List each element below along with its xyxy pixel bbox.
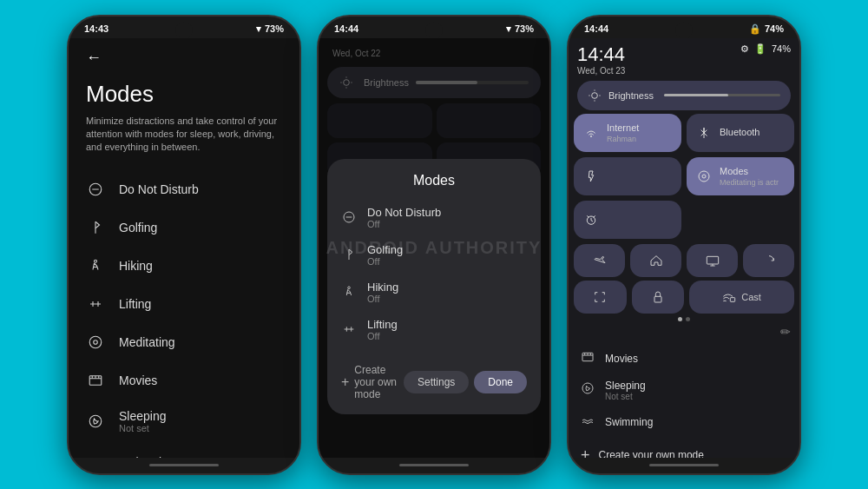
qs3-battery-pct: 74% [772,43,791,54]
modal-dnd[interactable]: Do Not Disturb Off [341,199,527,236]
status-bar-1: 14:43 ▾ 73% [69,17,299,38]
svg-point-23 [348,287,351,289]
phone1-content: ← Modes Minimize distractions and take c… [69,38,299,458]
qs3-brightness-label: Brightness [608,90,654,101]
modes-tile-label: Modes [720,165,779,177]
qs3-create[interactable]: + Create your own mode [569,440,799,458]
tile-cast[interactable]: Cast [689,281,794,314]
qs3-sleeping-label: Sleeping [605,380,646,392]
bluetooth-tile-icon [695,124,713,142]
tile-bluetooth[interactable]: Bluetooth [687,114,794,152]
qs3-modes-list: Movies Sleeping Not set Swimming [569,340,799,440]
tile-screenshot[interactable] [574,281,627,314]
tile-lock-screen[interactable] [632,281,685,314]
qs3-time-date: 14:44 Wed, Oct 23 [577,43,625,76]
sleeping-label: Sleeping [119,409,167,423]
sleeping-icon [86,412,105,431]
phone-3: 14:44 🔒 74% 14:44 Wed, Oct 23 ⚙ 🔋 74% [567,15,801,475]
modes-screen: ← Modes Minimize distractions and take c… [69,38,299,458]
bluetooth-label: Bluetooth [720,126,760,138]
modal-create[interactable]: + Create your own mode [341,364,404,400]
back-button[interactable]: ← [86,49,282,67]
qs3-movies-label: Movies [605,353,638,365]
swimming-icon [86,453,105,458]
lifting-icon [86,294,105,314]
qs3-swimming-icon [581,413,595,431]
qs3-icons-right: ⚙ 🔋 74% [740,43,791,55]
mode-item-sleeping[interactable]: Sleeping Not set [86,400,282,443]
qs3-sleeping[interactable]: Sleeping Not set [581,373,787,407]
modal-create-label: Create your own mode [354,364,404,400]
mode-item-lifting[interactable]: Lifting [86,285,282,323]
svg-point-34 [702,175,706,178]
mode-item-golfing[interactable]: Golfing [86,208,282,247]
golfing-label: Golfing [119,221,157,235]
modal-lifting-icon [341,321,357,337]
status-time-2: 14:44 [334,23,358,34]
modal-hiking[interactable]: Hiking Off [341,274,527,311]
qs3-plus-icon: + [581,446,590,458]
svg-point-32 [590,135,592,137]
modal-dnd-icon [341,209,357,225]
modes-tile-icon [695,168,713,185]
tile-internet[interactable]: Internet Rahman [574,114,681,152]
modal-hiking-info: Hiking Off [367,281,527,304]
golfing-icon [86,218,105,237]
phone3-content: 14:44 Wed, Oct 23 ⚙ 🔋 74% Brightness [569,38,799,458]
qs3-brightness-bar[interactable]: Brightness [577,81,791,110]
qs3-brightness-track [664,94,780,96]
qs3-swimming[interactable]: Swimming [581,407,787,437]
tile-screencast[interactable] [687,244,738,277]
mode-item-meditating[interactable]: Meditating [86,323,282,361]
qs3-screen: 14:44 Wed, Oct 23 ⚙ 🔋 74% Brightness [569,38,799,458]
qs3-movies[interactable]: Movies [581,344,787,373]
edit-icon[interactable]: ✏ [569,325,799,339]
mode-item-dnd[interactable]: Do Not Disturb [86,170,282,208]
home-bar-1 [149,464,219,466]
svg-point-7 [89,336,102,348]
svg-rect-36 [707,256,718,264]
home-indicator-2 [319,458,549,473]
home-indicator-3 [569,458,799,473]
mode-item-swimming[interactable]: Swimming [86,443,282,458]
qs3-top: 14:44 Wed, Oct 23 ⚙ 🔋 74% Brightness [569,38,799,110]
done-button[interactable]: Done [474,371,527,393]
tile-airplane[interactable] [574,244,625,277]
modal-lifting[interactable]: Lifting Off [341,311,527,348]
qs3-sleeping-info: Sleeping Not set [605,380,646,401]
cast-label: Cast [741,292,761,302]
mode-item-hiking[interactable]: Hiking [86,247,282,285]
internet-tile-info: Internet Rahman [607,122,639,142]
qs3-brightness-fill [664,94,728,96]
mode-item-movies[interactable]: Movies [86,361,282,400]
qs3-lock-icon: ⚙ [740,43,749,55]
tile-alarm[interactable] [574,201,681,239]
modal-buttons: Settings Done [404,371,527,393]
tile-rotate[interactable] [743,244,794,277]
modal-hiking-status: Off [367,294,527,304]
flashlight-tile-icon [582,168,600,185]
modes-title: Modes [86,81,282,108]
tile-home[interactable] [630,244,681,277]
settings-button[interactable]: Settings [404,371,469,393]
wifi-tile-icon [582,124,600,142]
tile-flashlight[interactable] [574,157,681,195]
lock-icon-3: 🔒 [749,23,761,35]
dot-1 [678,317,682,321]
modal-dnd-name: Do Not Disturb [367,206,527,219]
modes-description: Minimize distractions and take control o… [86,115,282,155]
notch-2 [425,22,443,39]
phone-1: 14:43 ▾ 73% ← Modes Minimize distraction… [67,15,301,475]
sleeping-sub: Not set [119,423,167,433]
home-bar-2 [399,464,469,466]
wifi-icon-1: ▾ [256,23,261,35]
qs3-battery-icon: 🔋 [754,43,766,55]
alarm-tile-icon [582,211,600,228]
modal-hiking-icon [341,284,357,300]
modal-golfing[interactable]: Golfing Off [341,236,527,274]
tile-modes[interactable]: Modes Meditating is actr [687,157,794,195]
lifting-label: Lifting [119,297,151,311]
modal-golfing-icon [341,247,357,262]
tile-grid-top: Internet Rahman Bluetooth [569,114,799,239]
wifi-icon-2: ▾ [506,23,511,35]
